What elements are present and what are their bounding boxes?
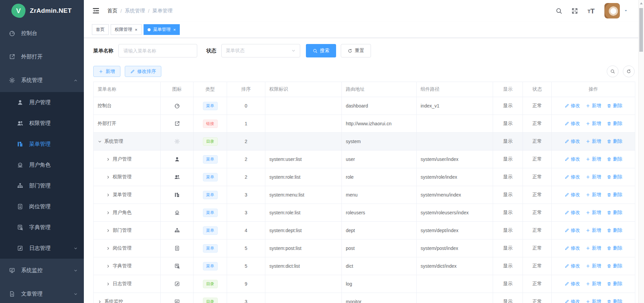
tab[interactable]: 首页	[92, 24, 109, 35]
add-link[interactable]: 新增	[586, 156, 601, 162]
edit-link-label: 修改	[571, 121, 580, 127]
add-link[interactable]: 新增	[586, 121, 601, 127]
add-link[interactable]: 新增	[586, 299, 601, 303]
breadcrumb-item[interactable]: 首页	[107, 8, 117, 14]
edit-link[interactable]: 修改	[565, 245, 580, 251]
sidebar-item-label: 用户管理	[29, 99, 51, 106]
status-value: 正常	[523, 293, 552, 303]
visible-value: 显示	[493, 150, 523, 168]
tab[interactable]: 权限管理 ×	[111, 24, 142, 35]
add-link[interactable]: 新增	[586, 281, 601, 287]
user-avatar[interactable]	[604, 3, 620, 18]
edit-link[interactable]: 修改	[565, 210, 580, 216]
scrollbar-thumb[interactable]	[639, 8, 643, 52]
breadcrumb-item: 系统管理	[125, 8, 145, 14]
status-select[interactable]: 菜单状态	[221, 44, 300, 57]
table-refresh-button[interactable]	[623, 66, 635, 77]
edit-link[interactable]: 修改	[565, 103, 580, 109]
sidebar-item-console[interactable]: 控制台	[0, 21, 84, 45]
edit-link[interactable]: 修改	[565, 174, 580, 180]
sidebar-item-log[interactable]: 日志管理	[0, 238, 84, 259]
scroll-up-arrow-icon[interactable]	[640, 2, 643, 4]
delete-link[interactable]: 删除	[607, 263, 623, 269]
delete-link[interactable]: 删除	[607, 210, 623, 216]
menu-name: 外部打开	[98, 121, 116, 127]
caret-down-icon[interactable]	[624, 9, 628, 13]
search-button[interactable]: 搜索	[306, 44, 336, 57]
add-link[interactable]: 新增	[586, 210, 601, 216]
add-button[interactable]: 新增	[93, 66, 120, 77]
edit-link[interactable]: 修改	[565, 263, 580, 269]
chevron-right-icon[interactable]	[106, 228, 110, 233]
sidebar-item-dept[interactable]: 部门管理	[0, 175, 84, 196]
sidebar-item-user[interactable]: 用户管理	[0, 92, 84, 113]
fullscreen-icon[interactable]	[571, 7, 578, 14]
edit-link[interactable]: 修改	[565, 281, 580, 287]
delete-link[interactable]: 删除	[607, 245, 623, 251]
add-link[interactable]: 新增	[586, 192, 601, 198]
delete-link[interactable]: 删除	[607, 192, 623, 198]
edit-link-label: 修改	[571, 192, 580, 198]
column-header: 显示	[493, 82, 523, 97]
edit-link[interactable]: 修改	[565, 138, 580, 144]
users-icon	[174, 174, 180, 180]
add-link[interactable]: 新增	[586, 138, 601, 144]
chevron-right-icon[interactable]	[98, 300, 102, 303]
edit-link[interactable]: 修改	[565, 121, 580, 127]
font-size-icon[interactable]	[587, 6, 596, 15]
sidebar-item-external[interactable]: 外部打开	[0, 45, 84, 69]
menu-name: 菜单管理	[113, 192, 131, 198]
chevron-right-icon[interactable]	[106, 211, 110, 215]
delete-link[interactable]: 删除	[607, 121, 623, 127]
chevron-right-icon[interactable]	[106, 264, 110, 268]
delete-link[interactable]: 删除	[607, 103, 623, 109]
component-value	[417, 275, 493, 293]
menu-name-input[interactable]	[118, 44, 197, 57]
edit-link[interactable]: 修改	[565, 156, 580, 162]
delete-link[interactable]: 删除	[607, 281, 623, 287]
chevron-right-icon[interactable]	[106, 193, 110, 197]
chevron-right-icon[interactable]	[106, 175, 110, 179]
close-icon[interactable]: ×	[173, 28, 176, 32]
sidebar-item-system[interactable]: 系统管理	[0, 69, 84, 92]
sidebar-item-roleusers[interactable]: 用户角色	[0, 155, 84, 175]
edit-sort-button[interactable]: 修改排序	[125, 66, 161, 77]
delete-link-label: 删除	[613, 299, 623, 303]
chevron-down-icon	[73, 268, 78, 273]
delete-link[interactable]: 删除	[607, 156, 623, 162]
plus-icon	[586, 103, 590, 108]
reset-button[interactable]: 重置	[341, 44, 371, 57]
column-header: 组件路径	[417, 82, 493, 97]
edit-link[interactable]: 修改	[565, 192, 580, 198]
tab[interactable]: 菜单管理 ×	[144, 24, 180, 35]
add-link[interactable]: 新增	[586, 174, 601, 180]
add-link[interactable]: 新增	[586, 227, 601, 233]
delete-link[interactable]: 删除	[607, 299, 623, 303]
chevron-right-icon[interactable]	[106, 157, 110, 162]
delete-link-label: 删除	[613, 227, 623, 233]
sidebar-collapse-icon[interactable]	[92, 7, 100, 15]
chevron-down-icon[interactable]	[98, 139, 102, 144]
sidebar-item-menu[interactable]: 菜单管理	[0, 134, 84, 155]
delete-link[interactable]: 删除	[607, 174, 623, 180]
chevron-right-icon[interactable]	[106, 246, 110, 251]
sidebar-item-role[interactable]: 权限管理	[0, 113, 84, 134]
visible-value: 显示	[493, 240, 523, 257]
edit-link[interactable]: 修改	[565, 227, 580, 233]
sidebar-item-post[interactable]: 岗位管理	[0, 196, 84, 217]
add-link[interactable]: 新增	[586, 245, 601, 251]
search-icon[interactable]	[555, 7, 562, 14]
chevron-right-icon[interactable]	[106, 282, 110, 286]
sidebar-item-monitor[interactable]: 系统监控	[0, 259, 84, 282]
vertical-scrollbar[interactable]	[638, 0, 644, 303]
table-search-button[interactable]	[607, 66, 619, 77]
close-icon[interactable]: ×	[135, 28, 138, 32]
add-link[interactable]: 新增	[586, 263, 601, 269]
delete-link[interactable]: 删除	[607, 227, 623, 233]
delete-link[interactable]: 删除	[607, 138, 623, 144]
add-link[interactable]: 新增	[586, 103, 601, 109]
edit-link[interactable]: 修改	[565, 299, 580, 303]
sidebar-item-article[interactable]: 文章管理	[0, 282, 84, 303]
plus-icon	[586, 139, 590, 144]
sidebar-item-dict[interactable]: 字典管理	[0, 217, 84, 238]
